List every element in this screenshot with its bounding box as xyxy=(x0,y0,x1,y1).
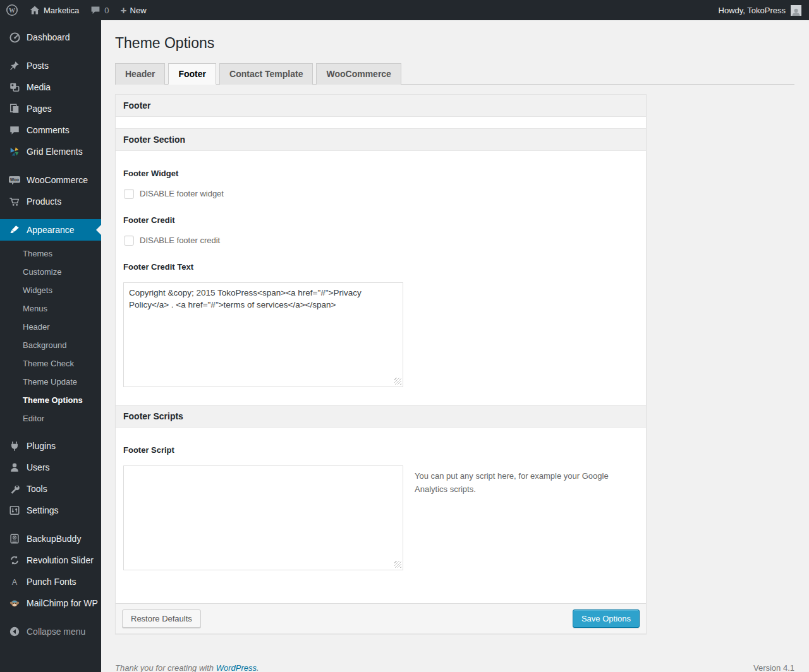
panel-gap xyxy=(116,117,646,128)
thanks-suffix: . xyxy=(257,663,259,672)
sidebar-item-comments[interactable]: Comments xyxy=(0,119,101,141)
sidebar-item-products[interactable]: Products xyxy=(0,191,101,212)
sidebar-item-woocommerce[interactable]: Woo WooCommerce xyxy=(0,169,101,191)
submenu-item-customize[interactable]: Customize xyxy=(0,263,101,281)
home-icon xyxy=(30,5,40,15)
sidebar-item-pages[interactable]: Pages xyxy=(0,98,101,119)
tab-contact-template[interactable]: Contact Template xyxy=(219,63,313,85)
footer-script-description: You can put any script here, for example… xyxy=(415,470,611,496)
panel-header-footer: Footer xyxy=(116,95,646,117)
main-content: Theme Options Header Footer Contact Temp… xyxy=(101,20,809,672)
wrench-icon xyxy=(8,483,21,495)
thanks-prefix: Thank you for creating with xyxy=(115,663,216,672)
sidebar-item-mailchimp[interactable]: MailChimp for WP xyxy=(0,592,101,614)
sidebar-item-media[interactable]: Media xyxy=(0,76,101,98)
svg-text:W: W xyxy=(9,7,15,14)
submenu-item-theme-update[interactable]: Theme Update xyxy=(0,373,101,391)
sidebar-item-users[interactable]: Users xyxy=(0,457,101,478)
tab-woocommerce[interactable]: WooCommerce xyxy=(316,63,401,85)
sidebar-item-punch-fonts[interactable]: A Punch Fonts xyxy=(0,571,101,592)
cart-icon xyxy=(8,195,21,208)
submenu-item-header[interactable]: Header xyxy=(0,318,101,336)
wordpress-logo-menu[interactable]: W xyxy=(0,0,24,20)
submenu-item-editor[interactable]: Editor xyxy=(0,409,101,428)
sidebar-item-label: Pages xyxy=(27,104,52,114)
footer-script-label: Footer Script xyxy=(123,445,638,455)
footer-credit-checkbox-row: DISABLE footer credit xyxy=(123,236,638,246)
sidebar-item-label: Media xyxy=(27,82,51,92)
submenu-item-themes[interactable]: Themes xyxy=(0,244,101,263)
checkbox-label: DISABLE footer widget xyxy=(140,189,224,198)
letter-a-icon: A xyxy=(8,575,21,588)
restore-defaults-button[interactable]: Restore Defaults xyxy=(122,609,201,628)
submenu-item-theme-check[interactable]: Theme Check xyxy=(0,354,101,373)
new-content-menu[interactable]: + New xyxy=(115,0,152,20)
sidebar-item-dashboard[interactable]: Dashboard xyxy=(0,27,101,48)
submenu-item-menus[interactable]: Menus xyxy=(0,299,101,318)
tab-header[interactable]: Header xyxy=(115,63,165,85)
sidebar-item-label: Settings xyxy=(27,505,59,515)
sidebar-item-label: Revolution Slider xyxy=(27,555,94,565)
checkbox-label: DISABLE footer credit xyxy=(140,236,220,245)
sidebar-item-label: WooCommerce xyxy=(27,175,88,185)
version-text: Version 4.1 xyxy=(753,663,794,672)
sidebar-item-posts[interactable]: Posts xyxy=(0,55,101,76)
admin-bar: W Marketica 0 + New Howdy, TokoPress xyxy=(0,0,809,20)
sidebar-item-appearance[interactable]: Appearance xyxy=(0,219,101,241)
footer-section-body: Footer Widget DISABLE footer widget Foot… xyxy=(116,151,646,405)
howdy-account-menu[interactable]: Howdy, TokoPress xyxy=(719,6,786,15)
sidebar-item-label: Appearance xyxy=(27,225,75,235)
media-icon xyxy=(8,81,21,93)
sidebar-item-label: Comments xyxy=(27,125,70,135)
sidebar-item-grid-elements[interactable]: Grid Elements xyxy=(0,141,101,162)
sidebar-item-revolution-slider[interactable]: Revolution Slider xyxy=(0,549,101,571)
admin-footer: Thank you for creating with WordPress. V… xyxy=(115,663,794,672)
theme-options-panel: Footer Footer Section Footer Widget DISA… xyxy=(115,94,647,634)
settings-icon xyxy=(8,504,21,517)
refresh-icon xyxy=(8,554,21,567)
disable-footer-credit-checkbox[interactable] xyxy=(124,236,134,246)
wordpress-link[interactable]: WordPress xyxy=(216,663,257,672)
site-name: Marketica xyxy=(44,6,79,15)
sidebar-item-backupbuddy[interactable]: BackupBuddy xyxy=(0,528,101,549)
sidebar-item-label: Tools xyxy=(27,484,47,494)
collapse-icon xyxy=(8,625,21,638)
save-options-button[interactable]: Save Options xyxy=(573,609,640,628)
tab-footer[interactable]: Footer xyxy=(168,63,216,85)
footer-widget-checkbox-row: DISABLE footer widget xyxy=(123,189,638,199)
avatar[interactable] xyxy=(791,5,801,16)
sidebar-item-label: MailChimp for WP xyxy=(27,598,98,608)
woo-badge-icon: Woo xyxy=(8,174,21,186)
section-header-footer-section: Footer Section xyxy=(116,128,646,151)
submenu-item-theme-options[interactable]: Theme Options xyxy=(0,391,101,409)
sidebar-item-settings[interactable]: Settings xyxy=(0,500,101,521)
admin-sidebar: Dashboard Posts Media Pages Comments Gri… xyxy=(0,20,101,672)
plus-icon: + xyxy=(121,5,127,16)
sidebar-item-label: Users xyxy=(27,462,50,472)
appearance-submenu: Themes Customize Widgets Menus Header Ba… xyxy=(0,241,101,435)
submenu-item-background[interactable]: Background xyxy=(0,336,101,354)
sidebar-item-tools[interactable]: Tools xyxy=(0,478,101,500)
dashboard-icon xyxy=(8,31,21,44)
submenu-item-widgets[interactable]: Widgets xyxy=(0,281,101,299)
sidebar-item-label: Grid Elements xyxy=(27,147,83,157)
visit-site-link[interactable]: Marketica xyxy=(24,0,85,20)
sidebar-item-plugins[interactable]: Plugins xyxy=(0,435,101,457)
comments-shortcut[interactable]: 0 xyxy=(85,0,114,20)
wordpress-logo-icon: W xyxy=(6,4,18,16)
disable-footer-widget-checkbox[interactable] xyxy=(124,189,134,199)
comments-count: 0 xyxy=(104,6,109,15)
sidebar-item-collapse-menu[interactable]: Collapse menu xyxy=(0,621,101,642)
sidebar-item-label: Plugins xyxy=(27,441,56,451)
brush-icon xyxy=(8,224,21,236)
comment-bubble-icon xyxy=(90,5,100,15)
sidebar-item-label: BackupBuddy xyxy=(27,534,81,544)
footer-script-textarea[interactable] xyxy=(123,465,403,570)
footer-credit-text-textarea[interactable]: Copyright &copy; 2015 TokoPress<span><a … xyxy=(123,282,403,387)
tab-bar: Header Footer Contact Template WooCommer… xyxy=(115,63,794,85)
menu-separator xyxy=(0,212,101,219)
footer-scripts-body: Footer Script You can put any script her… xyxy=(116,428,646,603)
sidebar-item-label: Punch Fonts xyxy=(27,577,76,587)
sidebar-item-label: Collapse menu xyxy=(27,627,85,637)
menu-separator xyxy=(0,48,101,55)
